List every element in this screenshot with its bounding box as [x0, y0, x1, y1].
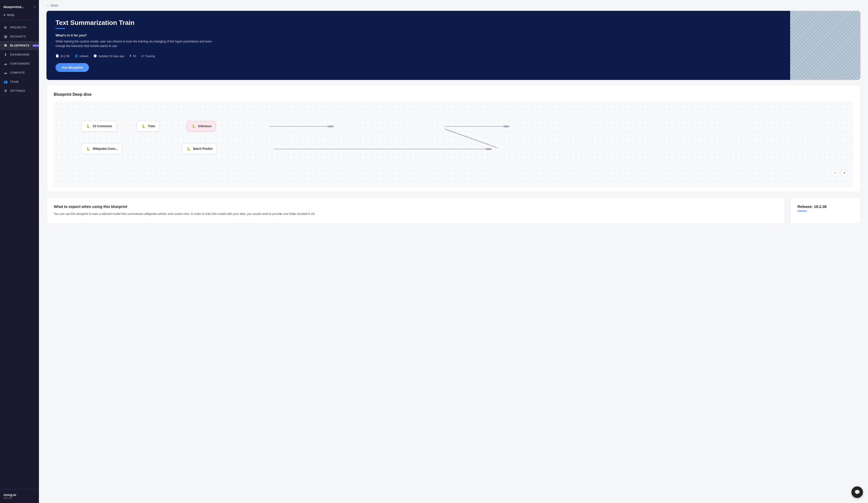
version-label: v4.7.43 [3, 497, 35, 500]
back-link[interactable]: ← Back [46, 3, 860, 7]
back-label: Back [51, 3, 58, 7]
clock-icon: 🕐 [93, 54, 97, 58]
svg-line-6 [445, 129, 497, 148]
expect-title: What to expect when using this blueprint [54, 204, 778, 209]
tag-icon: 🏷 [141, 54, 144, 58]
sidebar-item-label: PROJECTS [10, 26, 27, 29]
sidebar-item-containers[interactable]: ☁ CONTAINERS [0, 59, 39, 68]
sidebar-item-label: BLUEPRINTS [10, 44, 29, 47]
inference-label: Inference [198, 124, 211, 128]
hero-divider [55, 28, 65, 29]
zoom-controls: − + [59, 169, 848, 177]
s3-connector-icon: 🐍 [86, 124, 91, 129]
sidebar-item-projects[interactable]: ⊞ PROJECTS [0, 23, 39, 32]
svg-point-5 [485, 148, 492, 150]
settings-icon: ⚙ [3, 89, 8, 93]
sidebar-item-compute[interactable]: ☁ COMPUTE [0, 68, 39, 77]
version-value: 18.2.38 [60, 54, 70, 58]
username: tanay. [7, 13, 15, 17]
sidebar-divider [3, 20, 35, 20]
updated-value: Updated 19 days ago [98, 54, 125, 58]
team-value: mlteam [79, 54, 89, 58]
back-arrow-icon: ← [46, 3, 50, 7]
wikipedia-connector-icon: 🐍 [86, 146, 91, 151]
downloads-value: 56 [133, 54, 136, 58]
meta-updated: 🕐 Updated 19 days ago [93, 54, 125, 58]
sidebar: blueprintsd... ‹ ● tanay. ⊞ PROJECTS ▤ D… [0, 0, 39, 503]
chat-icon: 💬 [855, 490, 860, 495]
zoom-out-button[interactable]: − [831, 169, 839, 177]
meta-version: 📄 18.2.38 [55, 54, 70, 58]
sidebar-item-label: DASHBOARD [10, 53, 29, 56]
svg-point-1 [327, 125, 334, 128]
expect-section: What to expect when using this blueprint… [46, 197, 785, 224]
expect-description: You can use this blueprint to train a ta… [54, 212, 778, 217]
datasets-icon: ▤ [3, 34, 8, 39]
deep-dive-title: Blueprint Deep dive [54, 92, 853, 97]
use-blueprint-button[interactable]: Use Blueprint [55, 63, 89, 72]
release-title: Release: 18.2.38 [797, 204, 853, 209]
batch-predict-node[interactable]: 🐍 Batch Predict [182, 143, 217, 154]
meta-team: 👤 mlteam [75, 54, 89, 58]
sidebar-item-settings[interactable]: ⚙ SETTINGS [0, 86, 39, 95]
collapse-button[interactable]: ‹ [34, 4, 35, 9]
inference-icon: 🐍 [191, 124, 196, 129]
main-content: ← Back Text Summarization Train What's i… [39, 0, 868, 503]
compute-icon: ☁ [3, 71, 8, 75]
release-section: Release: 18.2.38 [790, 197, 860, 224]
bottom-row: What to expect when using this blueprint… [46, 197, 860, 224]
flow-canvas: 🐍 S3 Connector 🐍 Train 🐍 Inference 🐍 Wik… [59, 111, 848, 167]
sidebar-item-label: TEAM [10, 80, 19, 83]
tag-value: Training [145, 54, 155, 58]
hero-title: Text Summarization Train [55, 19, 781, 27]
version-icon: 📄 [55, 54, 59, 58]
chat-button[interactable]: 💬 [851, 486, 863, 498]
wikipedia-connector-node[interactable]: 🐍 Wikipedia Conn... [81, 143, 122, 154]
batch-predict-label: Batch Predict [193, 147, 213, 151]
flow-area: 🐍 S3 Connector 🐍 Train 🐍 Inference 🐍 Wik… [54, 101, 853, 187]
sidebar-item-label: SETTINGS [10, 89, 25, 92]
sidebar-item-label: CONTAINERS [10, 62, 30, 65]
svg-point-3 [503, 125, 509, 128]
meta-downloads: ⬇ 56 [130, 54, 136, 58]
flow-connections-svg [59, 111, 848, 167]
sidebar-item-blueprints[interactable]: ⧉ BLUEPRINTS BETA [0, 41, 39, 50]
zoom-in-button[interactable]: + [841, 169, 848, 177]
dashboard-icon: ⬇ [3, 52, 8, 57]
sidebar-item-dashboard[interactable]: ⬇ DASHBOARD [0, 50, 39, 59]
projects-icon: ⊞ [3, 26, 8, 29]
hero-content: Text Summarization Train What's in it fo… [46, 11, 790, 80]
team-icon: 👥 [3, 80, 8, 84]
app-name: blueprintsd... [3, 5, 24, 9]
sidebar-item-team[interactable]: 👥 TEAM [0, 77, 39, 86]
hero-card: Text Summarization Train What's in it fo… [46, 11, 860, 80]
train-label: Train [148, 124, 155, 128]
sidebar-item-datasets[interactable]: ▤ DATASETS [0, 32, 39, 41]
team-icon: 👤 [75, 54, 78, 58]
hero-image-pattern [790, 11, 860, 80]
blueprints-icon: ⧉ [3, 43, 8, 48]
sidebar-header: blueprintsd... ‹ [0, 0, 39, 12]
train-icon: 🐍 [141, 124, 146, 129]
sidebar-nav: ⊞ PROJECTS ▤ DATASETS ⧉ BLUEPRINTS BETA … [0, 23, 39, 489]
s3-connector-node[interactable]: 🐍 S3 Connector [81, 121, 116, 131]
hero-subtitle: What's in it for you? [55, 33, 781, 37]
user-info: ● tanay. [0, 12, 39, 20]
batch-predict-icon: 🐍 [186, 146, 191, 151]
sidebar-bottom: cnvrg.io v4.7.43 [0, 489, 39, 503]
train-node[interactable]: 🐍 Train [137, 121, 159, 131]
brand-name: cnvrg.io [3, 493, 35, 497]
s3-connector-label: S3 Connector [93, 124, 112, 128]
hero-meta: 📄 18.2.38 👤 mlteam 🕐 Updated 19 days ago… [55, 54, 781, 58]
sidebar-item-label: DATASETS [10, 35, 26, 38]
deep-dive-section: Blueprint Deep dive [46, 85, 860, 192]
hero-image [790, 11, 860, 80]
inference-node[interactable]: 🐍 Inference [187, 121, 216, 131]
hero-description: While training the custom model, user ca… [55, 39, 219, 48]
user-icon: ● [3, 13, 5, 17]
wikipedia-connector-label: Wikipedia Conn... [93, 147, 118, 151]
containers-icon: ☁ [3, 62, 8, 66]
top-bar: ← Back [39, 0, 868, 11]
release-divider [797, 211, 806, 211]
sidebar-item-label: COMPUTE [10, 71, 25, 74]
